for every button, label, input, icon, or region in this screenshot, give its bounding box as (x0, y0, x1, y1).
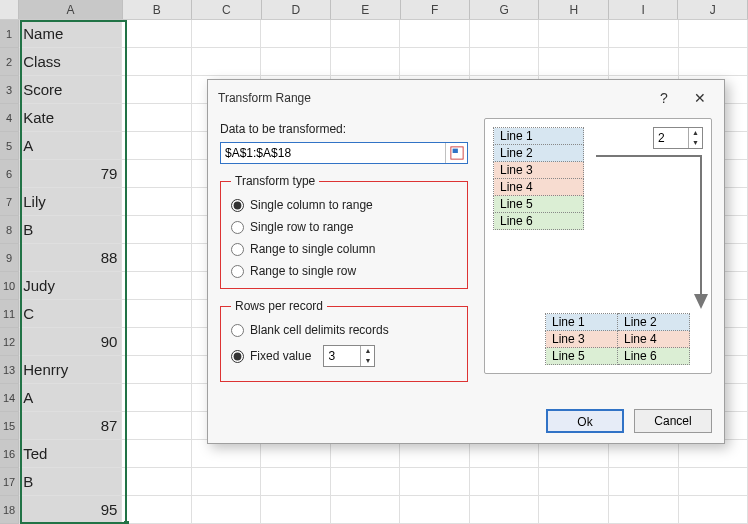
preview-cols-input[interactable] (654, 128, 688, 148)
cell[interactable] (609, 440, 679, 468)
col-header-J[interactable]: J (678, 0, 747, 19)
row-header[interactable]: 1 (0, 20, 19, 48)
preview-cols-stepper[interactable]: ▲▼ (653, 127, 703, 149)
radio-blank-cell[interactable] (231, 324, 244, 337)
cell[interactable]: A (19, 132, 122, 160)
row-header[interactable]: 10 (0, 272, 19, 300)
cell[interactable] (331, 440, 401, 468)
col-header-D[interactable]: D (262, 0, 331, 19)
cell[interactable] (470, 496, 540, 524)
cell[interactable] (261, 48, 331, 76)
cell[interactable] (679, 440, 749, 468)
row-header[interactable]: 2 (0, 48, 19, 76)
cell[interactable] (400, 440, 470, 468)
cell[interactable] (609, 20, 679, 48)
row-header[interactable]: 9 (0, 244, 19, 272)
cell[interactable] (400, 20, 470, 48)
row-header[interactable]: 5 (0, 132, 19, 160)
cell[interactable] (122, 132, 192, 160)
row-header[interactable]: 15 (0, 412, 19, 440)
col-header-C[interactable]: C (192, 0, 261, 19)
range-input[interactable] (221, 143, 445, 163)
opt-range-to-single-col[interactable]: Range to single column (231, 238, 457, 260)
cell[interactable] (261, 20, 331, 48)
cell[interactable]: 88 (19, 244, 122, 272)
cell[interactable]: 95 (19, 496, 122, 524)
step-up-icon[interactable]: ▲ (361, 346, 374, 356)
cell[interactable] (609, 496, 679, 524)
col-header-F[interactable]: F (401, 0, 470, 19)
col-header-G[interactable]: G (470, 0, 539, 19)
col-header-H[interactable]: H (539, 0, 608, 19)
radio-single-col-to-range[interactable] (231, 199, 244, 212)
col-header-I[interactable]: I (609, 0, 678, 19)
opt-fixed-value[interactable]: Fixed value ▲▼ (231, 341, 457, 371)
cell[interactable] (331, 20, 401, 48)
cell[interactable] (331, 468, 401, 496)
cell[interactable] (679, 48, 749, 76)
cell[interactable]: Henrry (19, 356, 122, 384)
cell[interactable] (122, 468, 192, 496)
step-down-icon[interactable]: ▼ (689, 138, 702, 148)
cancel-button[interactable]: Cancel (634, 409, 712, 433)
radio-fixed-value[interactable] (231, 350, 244, 363)
cell[interactable] (539, 496, 609, 524)
cell[interactable] (261, 468, 331, 496)
cell[interactable]: B (19, 216, 122, 244)
opt-single-col-to-range[interactable]: Single column to range (231, 194, 457, 216)
dialog-titlebar[interactable]: Transform Range ? ✕ (208, 80, 724, 114)
cell[interactable] (470, 468, 540, 496)
cell[interactable] (470, 48, 540, 76)
cell[interactable] (400, 496, 470, 524)
cell[interactable]: Kate (19, 104, 122, 132)
col-header-E[interactable]: E (331, 0, 400, 19)
cell[interactable] (122, 216, 192, 244)
cell[interactable] (539, 20, 609, 48)
cell[interactable] (122, 412, 192, 440)
step-down-icon[interactable]: ▼ (361, 356, 374, 366)
col-header-A[interactable]: A (19, 0, 122, 19)
cell[interactable] (331, 48, 401, 76)
cell[interactable]: Class (19, 48, 122, 76)
cell[interactable]: 87 (19, 412, 122, 440)
cell[interactable]: A (19, 384, 122, 412)
cell[interactable]: Judy (19, 272, 122, 300)
row-header[interactable]: 8 (0, 216, 19, 244)
cell[interactable]: Ted (19, 440, 122, 468)
fixed-value-stepper[interactable]: ▲▼ (323, 345, 375, 367)
radio-range-to-single-row[interactable] (231, 265, 244, 278)
cell[interactable] (122, 300, 192, 328)
cell[interactable] (192, 20, 262, 48)
cell[interactable] (122, 20, 192, 48)
cell[interactable] (122, 272, 192, 300)
cell[interactable] (122, 496, 192, 524)
cell[interactable] (122, 48, 192, 76)
opt-blank-cell[interactable]: Blank cell delimits records (231, 319, 457, 341)
cell[interactable] (261, 496, 331, 524)
row-header[interactable]: 7 (0, 188, 19, 216)
col-header-B[interactable]: B (123, 0, 192, 19)
radio-single-row-to-range[interactable] (231, 221, 244, 234)
cell[interactable]: Score (19, 76, 122, 104)
row-header[interactable]: 6 (0, 160, 19, 188)
row-header[interactable]: 3 (0, 76, 19, 104)
cell[interactable] (122, 356, 192, 384)
cell[interactable] (122, 160, 192, 188)
cell[interactable]: Name (19, 20, 122, 48)
cell[interactable] (679, 20, 749, 48)
cell[interactable] (470, 20, 540, 48)
select-all-corner[interactable] (0, 0, 19, 19)
cell[interactable] (122, 440, 192, 468)
cell[interactable] (122, 328, 192, 356)
help-button[interactable]: ? (646, 86, 682, 110)
cell[interactable] (539, 468, 609, 496)
cell[interactable] (539, 48, 609, 76)
fixed-value-input[interactable] (324, 346, 360, 366)
cell[interactable] (122, 384, 192, 412)
cell[interactable]: Lily (19, 188, 122, 216)
close-button[interactable]: ✕ (682, 86, 718, 110)
cell[interactable] (679, 468, 749, 496)
cell[interactable] (192, 468, 262, 496)
opt-single-row-to-range[interactable]: Single row to range (231, 216, 457, 238)
radio-range-to-single-col[interactable] (231, 243, 244, 256)
